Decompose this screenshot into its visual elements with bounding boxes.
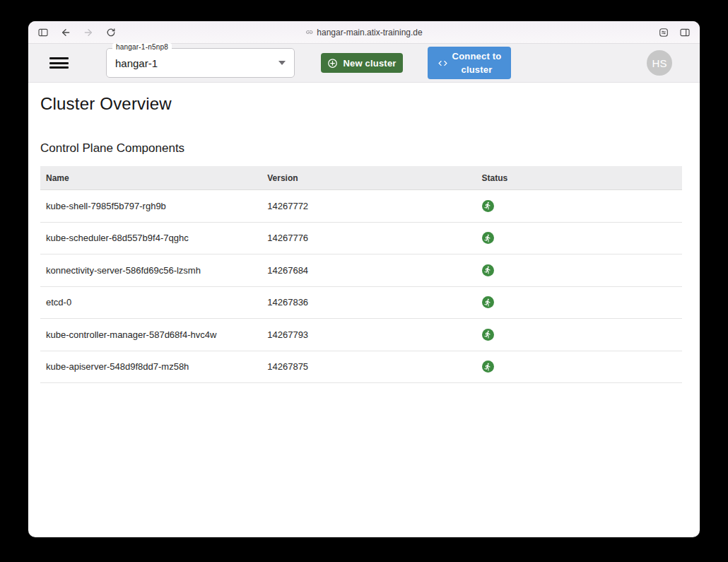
back-icon[interactable] [59,26,72,39]
page-settings-icon[interactable] [657,26,670,39]
user-avatar[interactable]: HS [647,50,672,76]
cluster-select-value: hangar-1 [115,57,158,69]
component-version: 14267836 [262,297,476,308]
status-running-icon [482,264,494,276]
section-title: Control Plane Components [40,141,688,156]
reload-icon[interactable] [105,26,117,39]
table-header-row: Name Version Status [40,166,682,190]
status-running-icon [482,232,494,244]
status-running-icon [482,200,494,212]
address-bar[interactable]: hangar-main.atix-training.de [305,28,422,37]
component-version: 14267776 [262,233,476,243]
component-name: konnectivity-server-586fd69c56-lzsmh [40,265,262,276]
new-cluster-button[interactable]: New cluster [321,53,403,73]
table-row[interactable]: kube-apiserver-548d9f8dd7-mz58h 14267875 [40,351,682,384]
component-name: kube-shell-7985f5b797-rgh9b [40,201,262,211]
component-version: 14267684 [262,265,476,276]
column-header-name: Name [40,173,262,183]
desktop-background: hangar-main.atix-training.de hangar-1-n5… [0,0,728,562]
avatar-initials: HS [652,57,667,69]
component-version: 14267875 [262,361,476,372]
sidebar-toggle-icon[interactable] [37,26,49,39]
status-running-icon [482,296,494,308]
component-name: etcd-0 [40,297,262,308]
table-body: kube-shell-7985f5b797-rgh9b 14267772 kub… [40,190,682,383]
table-row[interactable]: etcd-0 14267836 [40,287,682,320]
tab-overview-icon[interactable] [679,26,691,39]
cluster-select[interactable]: hangar-1-n5np8 hangar-1 [106,48,295,78]
browser-window: hangar-main.atix-training.de hangar-1-n5… [28,21,700,537]
component-name: kube-apiserver-548d9f8dd7-mz58h [40,361,262,372]
column-header-version: Version [262,173,476,183]
main-content: Cluster Overview Control Plane Component… [28,83,700,383]
connect-to-cluster-button[interactable]: Connect to cluster [428,47,511,79]
menu-icon[interactable] [49,57,69,69]
code-icon [438,58,448,69]
link-icon [305,28,313,36]
browser-toolbar: hangar-main.atix-training.de [28,21,700,44]
app-header: hangar-1-n5np8 hangar-1 New cluster Conn… [28,44,700,83]
table-row[interactable]: kube-shell-7985f5b797-rgh9b 14267772 [40,190,682,223]
plus-circle-icon [327,58,338,69]
connect-label-line1: Connect to [452,49,502,64]
forward-icon[interactable] [82,26,95,39]
table-row[interactable]: kube-scheduler-68d557b9f4-7qghc 14267776 [40,223,682,255]
chevron-down-icon [278,61,286,65]
url-text: hangar-main.atix-training.de [317,28,422,37]
status-running-icon [482,329,494,341]
control-plane-table: Name Version Status kube-shell-7985f5b79… [40,166,682,383]
component-name: kube-scheduler-68d557b9f4-7qghc [40,233,262,243]
new-cluster-label: New cluster [343,58,396,69]
status-running-icon [482,361,494,373]
column-header-status: Status [476,173,682,183]
component-version: 14267772 [262,201,476,211]
table-row[interactable]: kube-controller-manager-587d68f4-hvc4w 1… [40,319,682,351]
connect-label-line2: cluster [452,63,502,77]
component-version: 14267793 [262,329,476,340]
table-row[interactable]: konnectivity-server-586fd69c56-lzsmh 142… [40,254,682,287]
cluster-select-label: hangar-1-n5np8 [112,43,172,51]
page-title: Cluster Overview [40,94,688,114]
component-name: kube-controller-manager-587d68f4-hvc4w [40,329,262,340]
